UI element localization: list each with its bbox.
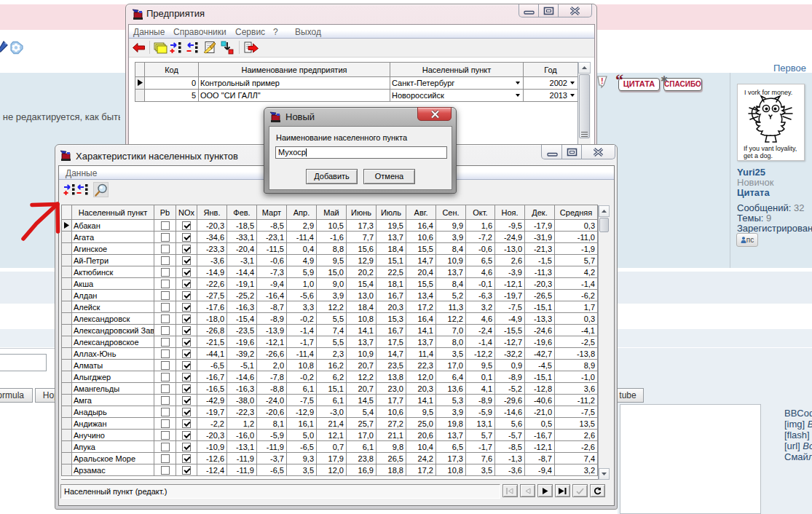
svg-text:I vork for money.: I vork for money. bbox=[744, 89, 792, 96]
svg-text:If you vant loyality,: If you vant loyality, bbox=[744, 145, 797, 152]
svg-text:!: ! bbox=[601, 76, 604, 85]
svg-text:get a dog.: get a dog. bbox=[744, 152, 773, 159]
